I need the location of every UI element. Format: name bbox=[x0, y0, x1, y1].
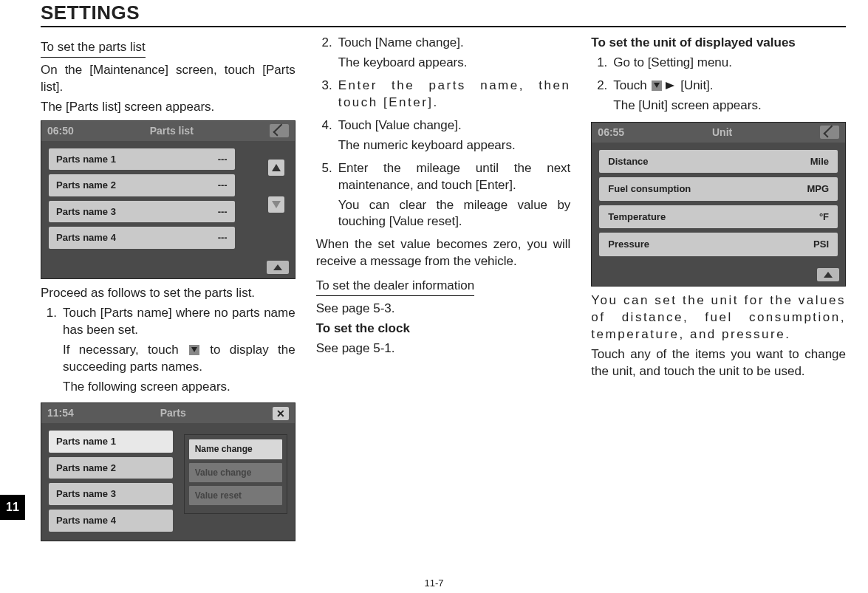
row-value: PSI bbox=[813, 238, 829, 251]
column-1: To set the parts list On the [Maintenanc… bbox=[41, 35, 295, 547]
chevron-down-icon bbox=[272, 201, 281, 208]
list-item[interactable]: Parts name 3 --- bbox=[49, 201, 235, 223]
row-label: Fuel consumption bbox=[608, 182, 691, 196]
step-number: 4. bbox=[316, 117, 332, 157]
row-value: °F bbox=[819, 210, 829, 224]
screenshot-parts-popup: 11:54 Parts ✕ Parts name 1 Parts name 2 … bbox=[41, 402, 295, 541]
subheading-dealer: To set the dealer information bbox=[316, 278, 475, 296]
row-value: --- bbox=[218, 231, 228, 244]
paragraph: See page 5-3. bbox=[316, 301, 571, 318]
paragraph: Touch any of the items you want to chang… bbox=[591, 346, 846, 380]
row-value: --- bbox=[218, 179, 228, 192]
list-item[interactable]: Temperature °F bbox=[599, 205, 838, 229]
screen-title: Unit bbox=[624, 126, 820, 140]
list-item[interactable]: Parts name 1 --- bbox=[49, 148, 235, 171]
screen-time: 11:54 bbox=[47, 406, 74, 420]
list-item[interactable]: Distance Mile bbox=[599, 150, 838, 174]
step-text: If necessary, touch to display the succe… bbox=[63, 342, 295, 376]
step-text: Touch [Name change]. bbox=[338, 35, 571, 52]
row-label: Pressure bbox=[608, 238, 649, 251]
step-number: 5. bbox=[316, 160, 332, 234]
step-text: Go to [Setting] menu. bbox=[613, 55, 846, 72]
step-text: The keyboard appears. bbox=[338, 55, 571, 72]
paragraph: On the [Maintenance] screen, touch [Part… bbox=[41, 62, 295, 96]
paragraph: When the set value becomes zero, you wil… bbox=[316, 236, 571, 270]
step-text: Enter the parts name, then touch [Enter]… bbox=[338, 78, 571, 112]
row-label: Parts name 3 bbox=[56, 487, 116, 501]
page-number: 11-7 bbox=[424, 577, 443, 589]
screen-title: Parts list bbox=[74, 124, 270, 138]
screen-time: 06:55 bbox=[598, 126, 624, 140]
row-label: Parts name 1 bbox=[56, 435, 116, 448]
list-item[interactable]: Parts name 1 bbox=[49, 431, 173, 453]
row-label: Temperature bbox=[608, 210, 666, 224]
back-icon[interactable] bbox=[820, 126, 839, 139]
chapter-tab: 11 bbox=[0, 495, 25, 520]
home-button[interactable] bbox=[817, 268, 839, 281]
step-number: 1. bbox=[41, 305, 57, 399]
list-item[interactable]: Parts name 2 --- bbox=[49, 174, 235, 196]
step-number: 1. bbox=[591, 55, 607, 75]
scroll-down-button[interactable] bbox=[268, 196, 284, 213]
home-icon bbox=[273, 264, 282, 270]
step-text: You can clear the mileage value by touch… bbox=[338, 197, 571, 231]
menu-item-name-change[interactable]: Name change bbox=[189, 439, 282, 459]
row-label: Parts name 1 bbox=[56, 153, 116, 166]
step-text: Touch [Value change]. bbox=[338, 117, 571, 134]
column-3: To set the unit of displayed values 1. G… bbox=[591, 35, 846, 547]
page-title: SETTINGS bbox=[41, 0, 846, 27]
step-text: Touch [Unit]. bbox=[613, 78, 846, 95]
list-item[interactable]: Parts name 4 bbox=[49, 510, 173, 532]
arrow-right-icon bbox=[666, 82, 674, 89]
step-text: The numeric keyboard appears. bbox=[338, 137, 571, 154]
back-icon[interactable] bbox=[270, 124, 289, 137]
down-triangle-icon bbox=[189, 345, 199, 355]
step-text: The following screen appears. bbox=[63, 379, 295, 396]
list-item[interactable]: Fuel consumption MPG bbox=[599, 177, 838, 201]
paragraph: You can set the unit for the values of d… bbox=[591, 292, 846, 343]
chevron-up-icon bbox=[272, 164, 281, 171]
screen-title: Parts bbox=[74, 406, 273, 420]
row-label: Parts name 3 bbox=[56, 205, 116, 219]
paragraph: Proceed as follows to set the parts list… bbox=[41, 285, 295, 302]
content-columns: To set the parts list On the [Maintenanc… bbox=[41, 35, 846, 547]
row-label: Distance bbox=[608, 155, 648, 168]
home-icon bbox=[824, 272, 833, 278]
step-text: The [Unit] screen appears. bbox=[613, 97, 846, 114]
menu-item-value-reset[interactable]: Value reset bbox=[189, 486, 282, 505]
paragraph: See page 5-1. bbox=[316, 340, 571, 357]
screenshot-unit: 06:55 Unit Distance Mile Fuel consumptio… bbox=[591, 122, 846, 287]
home-button[interactable] bbox=[267, 261, 289, 274]
row-label: Parts name 4 bbox=[56, 514, 116, 527]
step-text: Touch [Parts name] where no parts name h… bbox=[63, 305, 295, 339]
subheading-parts-list: To set the parts list bbox=[41, 39, 146, 58]
step-number: 3. bbox=[316, 78, 332, 114]
row-value: Mile bbox=[810, 155, 829, 168]
subheading-clock: To set the clock bbox=[316, 321, 571, 337]
close-icon[interactable]: ✕ bbox=[273, 407, 289, 420]
screenshot-parts-list: 06:50 Parts list Parts name 1 --- Parts … bbox=[41, 120, 295, 279]
context-menu: Name change Value change Value reset bbox=[184, 434, 287, 514]
row-value: --- bbox=[218, 153, 228, 166]
list-item[interactable]: Parts name 4 --- bbox=[49, 227, 235, 249]
step-number: 2. bbox=[316, 35, 332, 75]
list-item[interactable]: Pressure PSI bbox=[599, 233, 838, 256]
row-value: --- bbox=[218, 205, 228, 219]
menu-item-value-change[interactable]: Value change bbox=[189, 463, 282, 482]
down-triangle-icon bbox=[652, 80, 662, 91]
column-2: 2. Touch [Name change]. The keyboard app… bbox=[316, 35, 571, 547]
row-label: Parts name 2 bbox=[56, 179, 116, 192]
row-label: Parts name 4 bbox=[56, 231, 116, 244]
step-text: Enter the mileage until the next mainten… bbox=[338, 160, 571, 194]
scroll-up-button[interactable] bbox=[268, 160, 284, 176]
list-item[interactable]: Parts name 3 bbox=[49, 483, 173, 505]
screen-time: 06:50 bbox=[47, 124, 74, 138]
subheading-unit: To set the unit of displayed values bbox=[591, 35, 846, 52]
paragraph: The [Parts list] screen appears. bbox=[41, 99, 295, 116]
list-item[interactable]: Parts name 2 bbox=[49, 457, 173, 479]
step-number: 2. bbox=[591, 78, 607, 117]
row-label: Parts name 2 bbox=[56, 462, 116, 475]
row-value: MPG bbox=[807, 182, 829, 196]
